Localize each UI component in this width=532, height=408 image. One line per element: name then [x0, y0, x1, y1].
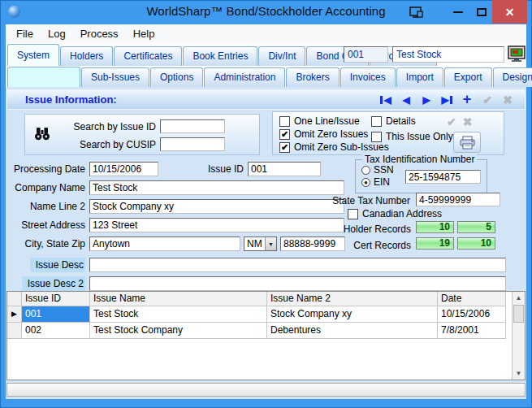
col-header-issue-name-2[interactable]: Issue Name 2	[267, 292, 438, 306]
search-cusip-input[interactable]	[160, 137, 225, 151]
company-name-field[interactable]: Test Stock	[89, 180, 344, 195]
minimize-button[interactable]	[447, 0, 469, 24]
street-address-field[interactable]: 123 Street	[89, 218, 344, 232]
monitor-button[interactable]	[508, 46, 526, 66]
close-icon: ✕	[505, 6, 515, 19]
cell-issue-id[interactable]: 002	[22, 323, 90, 339]
col-header-date[interactable]: Date	[438, 292, 506, 306]
table-row[interactable]: 002 Test Stock Company Debentures 7/8/20…	[7, 323, 525, 339]
cell-date[interactable]: 10/15/2006	[438, 306, 506, 323]
close-button[interactable]: ✕	[492, 0, 527, 24]
nav-add-button[interactable]: +	[458, 92, 476, 107]
tab-issues-current[interactable]	[7, 67, 80, 87]
cell-issue-name[interactable]: Test Stock	[90, 306, 267, 323]
tab-import[interactable]: Import	[396, 67, 443, 87]
issues-grid: Issue ID Issue Name Issue Name 2 Date ▶ …	[6, 291, 526, 380]
search-issue-id-input[interactable]	[160, 119, 225, 133]
tab-book-entries[interactable]: Book Entries	[183, 46, 257, 66]
checkbox-icon	[279, 116, 290, 127]
menu-file[interactable]: File	[9, 25, 41, 43]
tab-invoices[interactable]: Invoices	[340, 67, 396, 87]
checkbox-details[interactable]: Details	[371, 115, 416, 127]
nav-post-button[interactable]: ✔	[478, 92, 496, 107]
radio-icon	[361, 166, 370, 175]
grid-scrollbar[interactable]: ▲ ▼	[512, 292, 525, 380]
nav-prev-button[interactable]: ◀	[397, 92, 415, 107]
issue-desc-label: Issue Desc	[30, 258, 85, 272]
client-area: Issue Information: ◀ ◀ ▶ ▶ + ✔ ✖	[6, 87, 526, 399]
tin-field[interactable]: 25-1594875	[405, 170, 481, 184]
nav-first-button[interactable]: ◀	[377, 92, 395, 107]
city-field[interactable]: Anytown	[89, 237, 240, 251]
col-header-issue-id[interactable]: Issue ID	[22, 292, 90, 306]
tab-sub-issues[interactable]: Sub-Issues	[81, 67, 149, 87]
cell-issue-id[interactable]: 001	[22, 306, 90, 323]
record-navigator: ◀ ◀ ▶ ▶ + ✔ ✖	[377, 92, 517, 107]
radio-ssn[interactable]: SSN	[361, 164, 394, 176]
checkbox-this-issue-only[interactable]: This Issue Only	[371, 131, 453, 142]
cancel-icon[interactable]: ✖	[463, 115, 473, 128]
grid-header-row: Issue ID Issue Name Issue Name 2 Date	[7, 292, 525, 306]
state-tax-number-field[interactable]: 4-59999999	[416, 193, 500, 206]
cell-issue-name-2[interactable]: Debentures	[267, 323, 438, 339]
menu-log[interactable]: Log	[41, 25, 73, 43]
checkbox-omit-zero-issues[interactable]: ✔ Omit Zero Issues	[279, 128, 368, 140]
scroll-up-icon[interactable]: ▲	[513, 292, 525, 304]
scroll-down-icon[interactable]: ▼	[513, 367, 525, 380]
print-button[interactable]	[453, 132, 481, 153]
checkbox-omit-zero-sub-issues[interactable]: ✔ Omit Zero Sub-Issues	[279, 141, 389, 153]
tab-certificates[interactable]: Certificates	[114, 46, 182, 66]
cell-issue-name[interactable]: Test Stock Company	[90, 323, 267, 339]
processing-date-field[interactable]: 10/15/2006	[89, 162, 158, 176]
col-header-issue-name[interactable]: Issue Name	[90, 292, 267, 306]
state-combobox[interactable]: NM ▼	[244, 237, 277, 251]
checkbox-canadian-address[interactable]: Canadian Address	[348, 208, 442, 219]
issue-desc-field[interactable]	[89, 258, 506, 272]
state-tax-number-label: State Tax Number	[318, 193, 410, 208]
checkbox-label: One Line/Issue	[294, 115, 360, 127]
display-switch-button[interactable]	[406, 0, 427, 24]
tab-export[interactable]: Export	[444, 67, 492, 87]
current-issue-name-field[interactable]: Test Stock	[392, 46, 504, 63]
name-line-2-field[interactable]: Stock Company xy	[89, 199, 344, 214]
tab-system[interactable]: System	[7, 44, 59, 66]
checkbox-icon: ✔	[279, 129, 290, 140]
nav-next-button[interactable]: ▶	[417, 92, 435, 107]
radio-ein[interactable]: ● EIN	[361, 176, 390, 188]
current-issue-id-field[interactable]: 001	[344, 46, 388, 63]
tax-id-group-title: Tax Identification Number	[362, 154, 477, 165]
tab-div-int[interactable]: Div/Int	[258, 46, 305, 66]
tab-options[interactable]: Options	[150, 67, 203, 87]
radio-label: SSN	[374, 164, 394, 176]
checkbox-label: Details	[386, 115, 416, 127]
holder-records-count-2: 5	[457, 221, 495, 233]
checkbox-icon	[371, 116, 382, 127]
issue-desc-2-field[interactable]	[89, 276, 506, 291]
cell-issue-name-2[interactable]: Stock Company xy	[267, 306, 438, 323]
row-selector-cell: ▶	[7, 306, 22, 323]
tab-holders[interactable]: Holders	[60, 46, 113, 66]
scrollbar-thumb[interactable]	[513, 305, 524, 323]
issue-id-field[interactable]: 001	[248, 162, 321, 176]
tab-design[interactable]: Design	[493, 67, 532, 87]
post-icon[interactable]: ✔	[447, 115, 456, 128]
nav-cancel-button[interactable]: ✖	[499, 92, 517, 107]
checkbox-icon: ✔	[279, 142, 290, 153]
nav-first-icon: ◀	[383, 94, 391, 106]
printer-icon	[459, 136, 476, 150]
checkbox-one-line-issue[interactable]: One Line/Issue	[279, 115, 360, 127]
tab-brokers[interactable]: Brokers	[286, 67, 339, 87]
sub-tab-strip: Sub-Issues Options Administration Broker…	[6, 66, 526, 87]
chevron-down-icon[interactable]: ▼	[265, 237, 276, 250]
table-row[interactable]: ▶ 001 Test Stock Stock Company xy 10/15/…	[7, 306, 525, 323]
cell-date[interactable]: 7/8/2001	[438, 323, 506, 339]
nav-last-button[interactable]: ▶	[438, 92, 456, 107]
tab-administration[interactable]: Administration	[204, 67, 285, 87]
filter-panel: One Line/Issue ✔ Omit Zero Issues ✔ Omit…	[272, 111, 504, 155]
cert-records-count-2: 10	[457, 237, 495, 250]
nav-next-icon: ▶	[422, 94, 430, 106]
menu-process[interactable]: Process	[73, 25, 126, 43]
maximize-button[interactable]	[470, 0, 493, 24]
menu-help[interactable]: Help	[126, 25, 162, 43]
cert-records-count-1: 19	[416, 237, 454, 250]
